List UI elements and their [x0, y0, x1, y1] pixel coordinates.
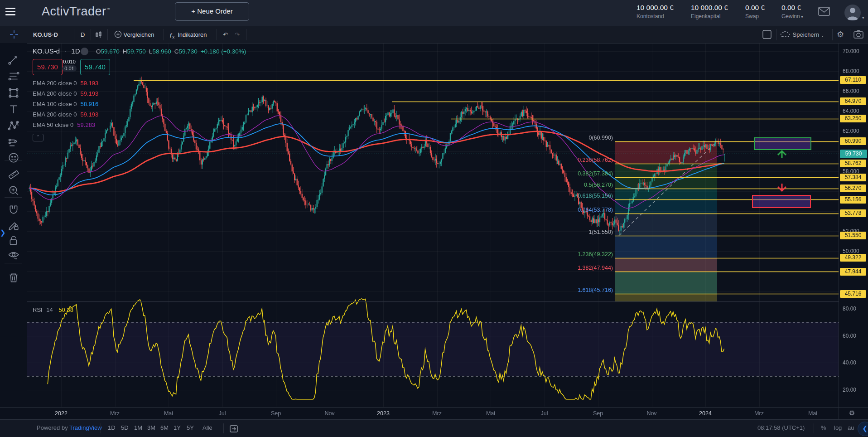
fib-level-label[interactable]: 1.618(45.716)	[554, 287, 613, 293]
ema-legend-row[interactable]: EMA 200 close 059.193	[33, 111, 98, 118]
ema-legend-row[interactable]: EMA 200 close 059.193	[33, 90, 98, 97]
sell-button[interactable]: 59.730	[33, 59, 63, 75]
range-button-6m[interactable]: 6M	[160, 424, 169, 431]
fib-level-label[interactable]: 0.236(58.762)	[554, 157, 613, 163]
drawing-lock-pencil-icon[interactable]	[8, 220, 19, 232]
short-zone-rectangle[interactable]	[752, 195, 811, 208]
lock-tool-icon[interactable]	[8, 235, 19, 247]
buy-button[interactable]: 59.740	[80, 59, 110, 75]
price-level-badge: 53.778	[840, 209, 866, 217]
magnet-tool-icon[interactable]	[8, 204, 19, 216]
time-label: Mai	[486, 410, 495, 417]
ema-legend-row[interactable]: EMA 100 close 058.916	[33, 101, 98, 107]
price-chart-canvas[interactable]	[0, 0, 868, 437]
arrow-up-marker[interactable]	[776, 149, 788, 160]
text-tool-icon[interactable]	[8, 103, 19, 115]
avatar-caret-icon[interactable]: ▾	[862, 15, 864, 20]
price-axis[interactable]: 70.00068.00066.00064.00062.00058.00052.0…	[839, 43, 868, 419]
fib-retracement-tool-icon[interactable]	[8, 70, 19, 82]
stat-value: 0.00 €	[781, 4, 803, 12]
emoji-tool-icon[interactable]	[8, 152, 19, 164]
trendline-tool-icon[interactable]	[8, 53, 19, 65]
toolbar-separator	[74, 29, 74, 40]
tradingview-link[interactable]: TradingView	[69, 424, 102, 431]
xabcd-pattern-tool-icon[interactable]	[8, 120, 19, 131]
rsi-tick: 20.00	[843, 387, 856, 393]
avatar[interactable]	[844, 5, 861, 21]
fib-level-label[interactable]: 0.382(57.384)	[554, 170, 613, 177]
range-button-5d[interactable]: 5D	[121, 424, 129, 431]
ema-legend-row[interactable]: EMA 50 close 059.283	[33, 121, 95, 128]
price-tick: 62.000	[843, 128, 859, 134]
price-level-badge: 67.110	[840, 76, 866, 84]
compare-button[interactable]: Vergleichen	[114, 26, 154, 43]
range-button-alle[interactable]: Alle	[203, 424, 212, 431]
toolbar-group-separator	[5, 263, 22, 263]
user-icon	[844, 5, 861, 21]
fib-level-label[interactable]: 1.382(47.944)	[554, 265, 613, 271]
range-button-5y[interactable]: 5Y	[187, 424, 194, 431]
indicators-button[interactable]: ƒx Indikatoren	[169, 26, 207, 43]
trash-icon[interactable]	[8, 272, 19, 284]
price-tick: 68.000	[843, 68, 859, 74]
time-label: Mrz	[754, 410, 764, 417]
stat-label: Kontostand	[637, 13, 674, 19]
fib-level-label[interactable]: 1(51.550)	[554, 229, 613, 235]
symbol-legend[interactable]: KO.US-d · 1D	[33, 47, 80, 55]
zoom-in-icon[interactable]	[8, 185, 19, 196]
auto-scale-toggle[interactable]: au	[848, 424, 854, 431]
legend-collapse-chevron[interactable]: ⌃	[33, 134, 43, 141]
stat-caret-icon[interactable]: ▾	[800, 15, 803, 19]
lot-value[interactable]: 0.01	[62, 65, 77, 72]
measure-ruler-icon[interactable]	[8, 169, 19, 180]
price-level-badge: 45.716	[840, 290, 866, 298]
symbol-button[interactable]: KO.US-D	[33, 26, 58, 43]
save-button[interactable]: Speichern ⌄	[780, 26, 824, 43]
time-axis[interactable]: 2022MrzMaiJulSepNov2023MrzMaiJulSepNov20…	[0, 407, 868, 420]
price-level-badge: 58.762	[840, 160, 866, 167]
ema-legend-row[interactable]: EMA 200 close 059.193	[33, 80, 98, 87]
expand-panel-chevron-icon[interactable]: ❯	[0, 228, 6, 237]
new-order-button[interactable]: + Neue Order	[175, 2, 249, 21]
time-label: 2023	[377, 410, 390, 417]
range-button-1y[interactable]: 1Y	[174, 424, 181, 431]
forecast-tool-icon[interactable]	[8, 136, 19, 148]
time-label: 2022	[55, 410, 68, 417]
long-zone-rectangle[interactable]	[754, 137, 811, 150]
legend-collapse-button[interactable]: –	[81, 48, 88, 55]
fib-level-label[interactable]: 0.764(53.778)	[554, 207, 613, 213]
interval-button[interactable]: D	[81, 26, 85, 43]
fib-level-label[interactable]: 0(60.990)	[554, 135, 613, 141]
chart-type-icon[interactable]	[94, 26, 103, 43]
fib-level-label[interactable]: 0.618(55.156)	[554, 193, 613, 199]
toolbar-separator	[832, 29, 833, 40]
fib-level-label[interactable]: 0.5(56.270)	[554, 182, 613, 188]
stat-value: 0.00 €	[745, 4, 765, 12]
arrow-down-marker[interactable]	[776, 182, 788, 193]
bottom-bar: Powered by TradingView 1D5D1M3M6M1Y5YAll…	[0, 419, 868, 437]
log-scale-toggle[interactable]: log	[834, 424, 842, 431]
fib-level-label[interactable]: 1.236(49.322)	[554, 251, 613, 257]
go-to-date-icon[interactable]	[230, 425, 238, 433]
screenshot-camera-icon[interactable]	[854, 26, 863, 43]
range-button-3m[interactable]: 3M	[147, 424, 155, 431]
range-button-1d[interactable]: 1D	[108, 424, 116, 431]
settings-gear-icon[interactable]: ⚙	[837, 26, 844, 43]
shapes-tool-icon[interactable]	[8, 87, 19, 99]
rsi-legend[interactable]: RSI 14 50.38	[33, 306, 73, 313]
mail-icon[interactable]	[818, 6, 830, 16]
fullscreen-icon[interactable]	[762, 26, 772, 43]
clock[interactable]: 08:17:58 (UTC+1)	[757, 424, 805, 431]
undo-button[interactable]: ↶	[223, 26, 228, 43]
percent-scale-toggle[interactable]: %	[821, 424, 826, 431]
hide-drawings-eye-icon[interactable]	[8, 250, 19, 262]
crosshair-tool-icon[interactable]	[10, 26, 19, 43]
range-button-1m[interactable]: 1M	[134, 424, 142, 431]
rsi-tick: 40.00	[843, 359, 856, 366]
redo-button[interactable]: ↷	[235, 26, 240, 43]
menu-icon[interactable]	[5, 8, 15, 16]
axis-settings-gear-icon[interactable]: ⚙	[849, 409, 855, 417]
toolbar-separator	[776, 29, 776, 40]
rsi-name: RSI	[33, 306, 43, 313]
app-logo: ActivTrader™	[42, 5, 111, 19]
